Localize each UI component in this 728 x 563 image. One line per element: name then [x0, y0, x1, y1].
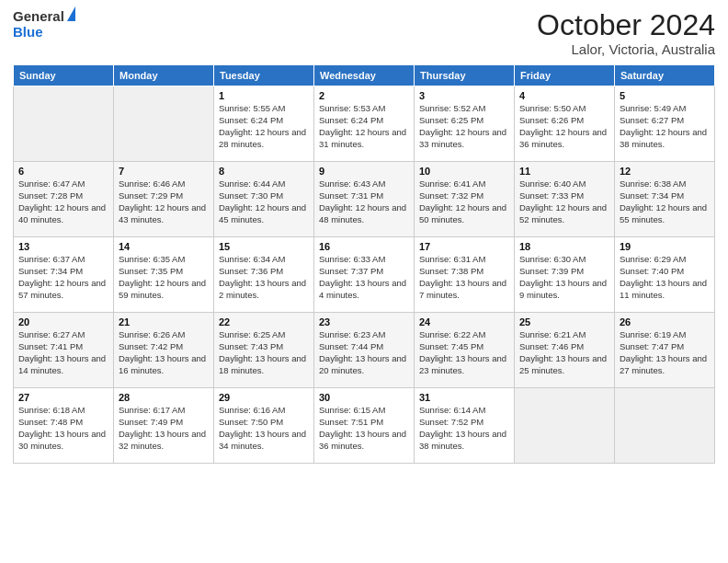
day-info: Sunrise: 6:26 AMSunset: 7:42 PMDaylight:… [119, 329, 209, 376]
title-block: October 2024 Lalor, Victoria, Australia [537, 9, 715, 57]
table-row: 15Sunrise: 6:34 AMSunset: 7:36 PMDayligh… [214, 237, 314, 313]
table-row: 13Sunrise: 6:37 AMSunset: 7:34 PMDayligh… [14, 237, 114, 313]
table-row: 17Sunrise: 6:31 AMSunset: 7:38 PMDayligh… [415, 237, 515, 313]
table-row: 30Sunrise: 6:15 AMSunset: 7:51 PMDayligh… [314, 388, 415, 464]
calendar-week-row: 1Sunrise: 5:55 AMSunset: 6:24 PMDaylight… [14, 86, 715, 162]
day-info: Sunrise: 6:44 AMSunset: 7:30 PMDaylight:… [219, 178, 309, 225]
day-info: Sunrise: 6:29 AMSunset: 7:40 PMDaylight:… [620, 254, 710, 301]
calendar-week-row: 13Sunrise: 6:37 AMSunset: 7:34 PMDayligh… [14, 237, 715, 313]
day-number: 14 [119, 241, 209, 252]
col-sunday: Sunday [14, 65, 114, 86]
table-row: 2Sunrise: 5:53 AMSunset: 6:24 PMDaylight… [314, 86, 415, 162]
day-info: Sunrise: 6:46 AMSunset: 7:29 PMDaylight:… [119, 178, 209, 225]
col-friday: Friday [515, 65, 615, 86]
table-row: 24Sunrise: 6:22 AMSunset: 7:45 PMDayligh… [415, 313, 515, 388]
day-info: Sunrise: 6:19 AMSunset: 7:47 PMDaylight:… [620, 329, 710, 376]
day-number: 31 [419, 392, 509, 403]
day-number: 30 [319, 392, 409, 403]
day-number: 27 [18, 392, 108, 403]
day-info: Sunrise: 6:17 AMSunset: 7:49 PMDaylight:… [119, 405, 209, 452]
table-row: 6Sunrise: 6:47 AMSunset: 7:28 PMDaylight… [14, 162, 114, 237]
calendar-table: Sunday Monday Tuesday Wednesday Thursday… [13, 64, 715, 464]
table-row: 20Sunrise: 6:27 AMSunset: 7:41 PMDayligh… [14, 313, 114, 388]
day-info: Sunrise: 6:34 AMSunset: 7:36 PMDaylight:… [219, 254, 309, 301]
col-wednesday: Wednesday [314, 65, 415, 86]
day-number: 16 [319, 241, 409, 252]
day-info: Sunrise: 6:15 AMSunset: 7:51 PMDaylight:… [319, 405, 409, 452]
day-info: Sunrise: 6:47 AMSunset: 7:28 PMDaylight:… [18, 178, 108, 225]
day-info: Sunrise: 6:30 AMSunset: 7:39 PMDaylight:… [519, 254, 609, 301]
day-info: Sunrise: 6:18 AMSunset: 7:48 PMDaylight:… [18, 405, 108, 452]
day-info: Sunrise: 6:33 AMSunset: 7:37 PMDaylight:… [319, 254, 409, 301]
day-number: 5 [620, 90, 710, 101]
day-number: 21 [119, 316, 209, 327]
table-row: 29Sunrise: 6:16 AMSunset: 7:50 PMDayligh… [214, 388, 314, 464]
day-info: Sunrise: 6:35 AMSunset: 7:35 PMDaylight:… [119, 254, 209, 301]
col-monday: Monday [114, 65, 214, 86]
calendar-subtitle: Lalor, Victoria, Australia [537, 41, 715, 57]
day-info: Sunrise: 6:23 AMSunset: 7:44 PMDaylight:… [319, 329, 409, 376]
calendar-week-row: 27Sunrise: 6:18 AMSunset: 7:48 PMDayligh… [14, 388, 715, 464]
day-number: 28 [119, 392, 209, 403]
day-number: 3 [419, 90, 509, 101]
day-number: 9 [319, 166, 409, 177]
table-row: 3Sunrise: 5:52 AMSunset: 6:25 PMDaylight… [415, 86, 515, 162]
table-row: 28Sunrise: 6:17 AMSunset: 7:49 PMDayligh… [114, 388, 214, 464]
calendar-title: October 2024 [537, 9, 715, 41]
table-row: 22Sunrise: 6:25 AMSunset: 7:43 PMDayligh… [214, 313, 314, 388]
day-info: Sunrise: 5:52 AMSunset: 6:25 PMDaylight:… [419, 103, 509, 150]
day-number: 15 [219, 241, 309, 252]
table-row: 27Sunrise: 6:18 AMSunset: 7:48 PMDayligh… [14, 388, 114, 464]
table-row: 7Sunrise: 6:46 AMSunset: 7:29 PMDaylight… [114, 162, 214, 237]
day-info: Sunrise: 6:22 AMSunset: 7:45 PMDaylight:… [419, 329, 509, 376]
day-info: Sunrise: 6:21 AMSunset: 7:46 PMDaylight:… [519, 329, 609, 376]
table-row: 26Sunrise: 6:19 AMSunset: 7:47 PMDayligh… [615, 313, 715, 388]
logo: General Blue [13, 9, 75, 40]
day-info: Sunrise: 5:49 AMSunset: 6:27 PMDaylight:… [620, 103, 710, 150]
table-row [515, 388, 615, 464]
day-number: 12 [620, 166, 710, 177]
calendar-week-row: 20Sunrise: 6:27 AMSunset: 7:41 PMDayligh… [14, 313, 715, 388]
day-info: Sunrise: 6:41 AMSunset: 7:32 PMDaylight:… [419, 178, 509, 225]
day-info: Sunrise: 6:27 AMSunset: 7:41 PMDaylight:… [18, 329, 108, 376]
day-info: Sunrise: 5:53 AMSunset: 6:24 PMDaylight:… [319, 103, 409, 150]
table-row: 12Sunrise: 6:38 AMSunset: 7:34 PMDayligh… [615, 162, 715, 237]
day-number: 11 [519, 166, 609, 177]
calendar-header-row: Sunday Monday Tuesday Wednesday Thursday… [14, 65, 715, 86]
day-info: Sunrise: 6:37 AMSunset: 7:34 PMDaylight:… [18, 254, 108, 301]
day-number: 18 [519, 241, 609, 252]
logo-blue: Blue [13, 25, 43, 40]
day-number: 13 [18, 241, 108, 252]
day-number: 29 [219, 392, 309, 403]
day-info: Sunrise: 6:16 AMSunset: 7:50 PMDaylight:… [219, 405, 309, 452]
col-tuesday: Tuesday [214, 65, 314, 86]
table-row: 16Sunrise: 6:33 AMSunset: 7:37 PMDayligh… [314, 237, 415, 313]
table-row: 5Sunrise: 5:49 AMSunset: 6:27 PMDaylight… [615, 86, 715, 162]
table-row: 31Sunrise: 6:14 AMSunset: 7:52 PMDayligh… [415, 388, 515, 464]
day-number: 7 [119, 166, 209, 177]
table-row: 19Sunrise: 6:29 AMSunset: 7:40 PMDayligh… [615, 237, 715, 313]
day-number: 20 [18, 316, 108, 327]
table-row [14, 86, 114, 162]
table-row [114, 86, 214, 162]
col-saturday: Saturday [615, 65, 715, 86]
table-row [615, 388, 715, 464]
day-info: Sunrise: 6:43 AMSunset: 7:31 PMDaylight:… [319, 178, 409, 225]
table-row: 10Sunrise: 6:41 AMSunset: 7:32 PMDayligh… [415, 162, 515, 237]
table-row: 8Sunrise: 6:44 AMSunset: 7:30 PMDaylight… [214, 162, 314, 237]
table-row: 21Sunrise: 6:26 AMSunset: 7:42 PMDayligh… [114, 313, 214, 388]
day-info: Sunrise: 6:31 AMSunset: 7:38 PMDaylight:… [419, 254, 509, 301]
day-number: 1 [219, 90, 309, 101]
table-row: 25Sunrise: 6:21 AMSunset: 7:46 PMDayligh… [515, 313, 615, 388]
day-number: 17 [419, 241, 509, 252]
table-row: 23Sunrise: 6:23 AMSunset: 7:44 PMDayligh… [314, 313, 415, 388]
day-number: 22 [219, 316, 309, 327]
table-row: 14Sunrise: 6:35 AMSunset: 7:35 PMDayligh… [114, 237, 214, 313]
day-number: 8 [219, 166, 309, 177]
table-row: 4Sunrise: 5:50 AMSunset: 6:26 PMDaylight… [515, 86, 615, 162]
page: General Blue October 2024 Lalor, Victori… [0, 0, 728, 563]
logo-general: General [13, 9, 64, 25]
day-number: 24 [419, 316, 509, 327]
col-thursday: Thursday [415, 65, 515, 86]
day-number: 10 [419, 166, 509, 177]
